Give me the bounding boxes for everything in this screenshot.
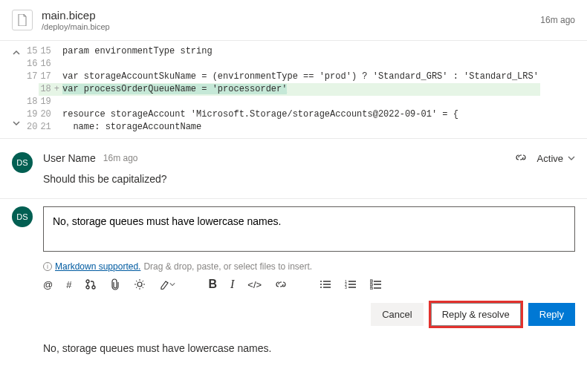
diff-line[interactable]: 1819 (25, 96, 540, 108)
svg-point-2 (92, 286, 95, 289)
markdown-link[interactable]: Markdown supported. (55, 261, 140, 272)
comment-author[interactable]: User Name (43, 152, 96, 164)
diff-line[interactable]: 1920 resource storageAccount 'Microsoft.… (25, 108, 540, 121)
svg-point-1 (86, 286, 89, 289)
comment-thread: DS User Name 16m ago Active Should this … (0, 139, 587, 198)
cancel-button[interactable]: Cancel (371, 303, 423, 326)
svg-point-4 (320, 281, 322, 282)
file-path: /deploy/main.bicep (42, 22, 110, 31)
diff-line[interactable]: 1616 (25, 58, 540, 71)
task-list-button[interactable] (370, 279, 382, 290)
status-label: Active (537, 153, 563, 164)
diff-line[interactable]: 2021 name: storageAccountName (25, 121, 540, 134)
svg-point-6 (320, 287, 322, 288)
link-button[interactable] (275, 280, 287, 289)
svg-point-0 (86, 280, 89, 283)
diff-view: 1515 param environmentType string1616 17… (0, 41, 587, 139)
diff-line[interactable]: 1717 var storageAccountSkuName = (enviro… (25, 71, 540, 83)
workitem-icon[interactable]: # (66, 279, 71, 290)
svg-rect-10 (370, 280, 372, 282)
chevron-down-icon (568, 154, 575, 163)
reply-input[interactable] (43, 206, 575, 252)
reply-button[interactable]: Reply (528, 303, 575, 326)
info-icon: i (43, 262, 52, 271)
diff-table: 1515 param environmentType string1616 17… (25, 45, 540, 134)
svg-text:3: 3 (345, 285, 347, 290)
italic-button[interactable]: I (230, 278, 234, 291)
avatar: DS (12, 206, 33, 227)
diff-line[interactable]: 18+var processOrderQueueName = 'processo… (25, 83, 540, 96)
lightbulb-icon[interactable] (134, 278, 146, 290)
numbered-list-button[interactable]: 123 (345, 279, 357, 290)
link-icon[interactable] (515, 153, 527, 164)
reply-preview: No, storage queues must have lowercase n… (43, 342, 575, 354)
markdown-hint: i Markdown supported. Drag & drop, paste… (43, 261, 575, 272)
expand-down-icon[interactable] (12, 119, 21, 131)
mention-icon[interactable]: @ (43, 279, 53, 290)
highlight-icon[interactable] (159, 279, 175, 290)
avatar: DS (12, 152, 33, 173)
pr-icon[interactable] (85, 278, 97, 290)
comment-body: Should this be capitalized? (43, 173, 575, 185)
code-button[interactable]: </> (247, 279, 262, 290)
reply-resolve-button[interactable]: Reply & resolve (431, 303, 521, 326)
bold-button[interactable]: B (208, 278, 217, 291)
file-timestamp: 16m ago (540, 15, 575, 25)
svg-rect-11 (370, 284, 372, 286)
comment-timestamp: 16m ago (103, 153, 138, 163)
comment-status-dropdown[interactable]: Active (537, 153, 575, 164)
upload-hint: Drag & drop, paste, or select files to i… (143, 261, 312, 272)
reply-section: DS i Markdown supported. Drag & drop, pa… (0, 198, 587, 368)
expand-up-icon[interactable] (12, 48, 21, 60)
svg-rect-12 (370, 287, 372, 290)
svg-point-5 (320, 284, 322, 285)
bullet-list-button[interactable] (320, 279, 331, 290)
svg-point-3 (137, 282, 142, 287)
editor-toolbar: @ # B I </> 123 (43, 278, 575, 291)
file-icon (12, 10, 33, 30)
file-header: main.bicep /deploy/main.bicep 16m ago (0, 0, 587, 41)
diff-line[interactable]: 1515 param environmentType string (25, 45, 540, 58)
attachment-icon[interactable] (110, 278, 120, 290)
file-name[interactable]: main.bicep (42, 9, 110, 22)
